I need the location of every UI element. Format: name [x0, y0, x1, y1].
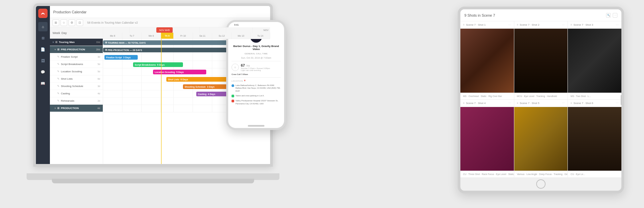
- sidebar-icon-home[interactable]: ⌂: [38, 22, 48, 31]
- task-row-location-scouting[interactable]: ✎ Location Scouting 5d: [50, 68, 103, 75]
- shot-thumbnail-6: [568, 107, 621, 171]
- shot-thumbnail-1: [460, 29, 514, 93]
- temp-unit: °/59: [245, 65, 250, 67]
- more-dots-icon[interactable]: ⋯: [562, 23, 565, 27]
- task-row-script-breakdowns[interactable]: ✎ Script Breakdowns 5d: [50, 61, 103, 68]
- task-row-production[interactable]: ▾ ⊞ PRODUCTION 4d: [50, 105, 103, 112]
- shot-image-1: [460, 29, 514, 93]
- grid-view-button[interactable]: ⊞: [53, 19, 59, 26]
- menu-lines-icon: ≡: [570, 23, 572, 26]
- bar-script-breakdowns[interactable]: Script Breakdowns 5 Days: [133, 62, 183, 67]
- bar-label: Finalize Script 3 Days: [106, 56, 131, 59]
- more-dots-icon[interactable]: ⋯: [562, 101, 565, 105]
- search-button[interactable]: 🔍: [606, 13, 611, 18]
- bar-shot-lists[interactable]: Shot Lists 6 Days: [166, 77, 233, 82]
- sidebar-icon-book[interactable]: 📖: [38, 79, 48, 88]
- shot-description-5: Various · Low Angle · Deep Focus · Track…: [514, 171, 568, 177]
- sidebar: ⌂ ⊞ 📄 🖼 💬 📖: [36, 6, 50, 164]
- bar-shooting-schedule[interactable]: Shooting Schedule 3 Days: [183, 84, 233, 89]
- phone-status-bar: 9:41: [228, 22, 284, 27]
- shot-label-4: Scene 7 · Shot 4: [466, 102, 486, 105]
- shot-thumbnail-3: [568, 29, 621, 93]
- expand-button[interactable]: ⊡: [77, 19, 83, 26]
- tablet-side-button[interactable]: [621, 95, 622, 105]
- hospital-row: Valley Presbyterian Hospital 15107 Vanow…: [232, 99, 281, 105]
- task-row-shot-lists[interactable]: ✎ Shot Lists 6d: [50, 75, 103, 83]
- app-logo[interactable]: [38, 9, 48, 18]
- shot-cell-6[interactable]: ≡ Scene 7 · Shot 6 ⋯ CU · Eye Le...: [568, 100, 621, 178]
- collapse-icon: ▾: [53, 41, 54, 44]
- day-cell-mo6: Mo 6: [103, 33, 122, 39]
- bar-grid-icon: ⊞: [105, 41, 107, 44]
- task-icon: ✎: [57, 99, 60, 102]
- more-button[interactable]: ⋯: [613, 13, 617, 18]
- day-cell-tu14: Tu 14: [251, 33, 270, 39]
- shot-cell-3[interactable]: ≡ Scene 7 · Shot 3 ⋯ MS · Two Shot · L..…: [568, 21, 621, 99]
- day-cell-sa11: Sa 11: [193, 33, 212, 39]
- task-days: 4d: [97, 92, 100, 95]
- shot-cell-1[interactable]: ≡ Scene 7 · Shot 1 ⋯ MS · Overhead · Sta…: [460, 21, 514, 99]
- laptop-foot: [52, 179, 254, 183]
- bar-label: TOURING MAN — 53 TOTAL DAYS: [108, 42, 146, 44]
- shot-label-5: Scene 7 · Shot 5: [520, 102, 539, 105]
- task-icon: ✎: [57, 85, 60, 88]
- more-dots-icon[interactable]: ⋯: [616, 23, 619, 27]
- task-row-shooting-schedule[interactable]: ✎ Shooting Schedule 3d: [50, 83, 103, 90]
- hospital-dot: [232, 100, 234, 102]
- more-dots-icon[interactable]: ⋯: [508, 101, 511, 105]
- bar-label: Shooting Schedule 3 Days: [185, 86, 215, 88]
- collapse-icon: ▾: [55, 48, 56, 51]
- shot-cell-2[interactable]: ≡ Scene 7 · Shot 2 ⋯ MCU · Eye Level · T…: [514, 21, 568, 99]
- hospital-info: Valley Presbyterian Hospital 15107 Vanow…: [236, 99, 281, 105]
- menu-lines-icon: ≡: [517, 23, 519, 26]
- star-button[interactable]: ☆: [61, 19, 67, 26]
- grid-icon: ⊞: [55, 41, 58, 44]
- shot-cell-5[interactable]: ≡ Scene 7 · Shot 5 ⋯ Various · Low Angle…: [514, 100, 568, 178]
- task-label: PRE-PRODUCTION: [61, 48, 85, 51]
- task-row-casting[interactable]: ✎ Casting 4d: [50, 90, 103, 97]
- task-icon: ✎: [57, 55, 60, 58]
- collapse-icon: ▾: [55, 107, 56, 110]
- sidebar-icon-image[interactable]: 🖼: [38, 56, 48, 65]
- sidebar-icon-layers[interactable]: ⊞: [38, 33, 48, 43]
- shot-label-3: Scene 7 · Shot 3: [573, 23, 593, 26]
- bar-pre-production[interactable]: ⊞ PRE-PRODUCTION — 28 DAYS: [103, 48, 243, 52]
- task-row-touring[interactable]: ▾ ⊞ Touring Man 33d: [50, 39, 103, 46]
- tablet-home-button[interactable]: [536, 179, 546, 189]
- menu-lines-icon: ≡: [463, 23, 465, 26]
- task-list: Week Day ▾ ⊞ Touring Man 33d: [50, 27, 103, 164]
- settings-button[interactable]: ⚙: [69, 19, 75, 26]
- task-row-rehearsals[interactable]: ✎ Rehearsals 2d: [50, 97, 103, 105]
- bar-finalize-script[interactable]: Finalize Script 3 Days: [104, 55, 138, 60]
- location-address: Lake Balboa/Anthony C. Beilenson Pk 6300…: [236, 84, 281, 92]
- day-cell-th9-current: Th 9: [161, 33, 174, 39]
- parking-info: Talent and crew parking in Lot A.: [236, 94, 264, 97]
- sidebar-icon-chat[interactable]: 💬: [38, 67, 48, 77]
- shot-image-4: [460, 107, 514, 171]
- month-cell: [130, 27, 156, 33]
- shot-cell-4[interactable]: ≡ Scene 7 · Shot 4 ⋯ CU · Three Shot · R…: [460, 100, 514, 178]
- shot-description-4: CU · Three Shot · Rack Focus · Eye Level…: [460, 171, 514, 177]
- phone-home-indicator[interactable]: [248, 125, 264, 127]
- top-bar: Production Calendar: [50, 6, 270, 18]
- grid-icon: ⊞: [57, 107, 60, 110]
- bar-label: PRE-PRODUCTION — 28 DAYS: [108, 49, 142, 51]
- task-label: PRODUCTION: [61, 107, 79, 110]
- more-dots-icon[interactable]: ⋯: [508, 23, 511, 27]
- today-line: [161, 39, 162, 164]
- page-title: Production Calendar: [53, 10, 86, 14]
- sidebar-icon-file[interactable]: 📄: [38, 45, 48, 54]
- task-days: 5d: [97, 70, 100, 73]
- shot-image-2: [514, 29, 568, 93]
- grid-icon: ⊞: [57, 48, 60, 51]
- more-dots-icon[interactable]: ⋯: [616, 101, 619, 105]
- task-row-pre-production[interactable]: ▾ ⊞ PRE-PRODUCTION 28d: [50, 46, 103, 53]
- tablet: 9 Shots in Scene 7 🔍 ⋯ ≡ Scene 7 · Shot …: [458, 7, 624, 193]
- task-row-finalize-script[interactable]: ✎ Finalize Script 3d: [50, 53, 103, 61]
- task-list-header: Week Day: [50, 27, 103, 39]
- shot-thumbnail-2: [514, 29, 568, 93]
- scene: ⌂ ⊞ 📄 🖼 💬 📖 Production Calendar: [0, 0, 644, 208]
- rain-info: Light rain until evening: [241, 69, 270, 71]
- task-label: Rehearsals: [61, 99, 74, 102]
- task-icon: ✎: [57, 77, 60, 80]
